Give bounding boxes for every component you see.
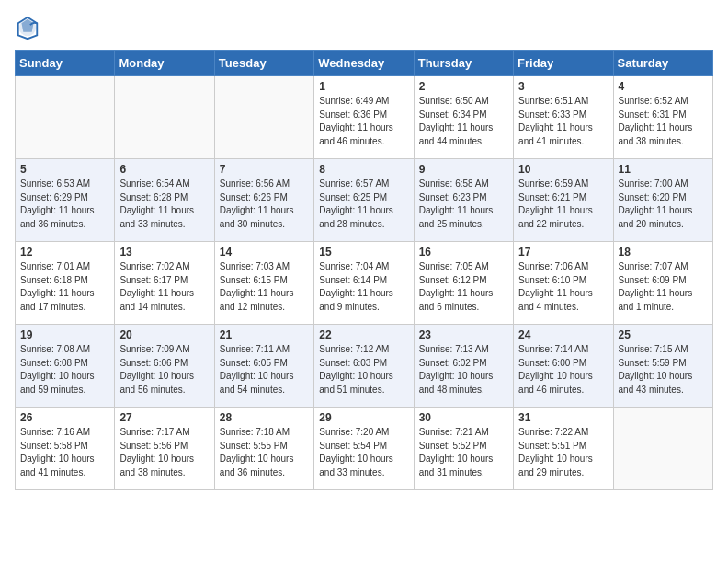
day-cell: 26Sunrise: 7:16 AM Sunset: 5:58 PM Dayli… [16, 408, 115, 490]
day-info: Sunrise: 6:58 AM Sunset: 6:23 PM Dayligh… [419, 178, 508, 231]
day-info: Sunrise: 7:15 AM Sunset: 5:59 PM Dayligh… [619, 343, 708, 396]
logo-icon [15, 15, 40, 40]
day-number: 27 [119, 411, 209, 424]
day-number: 19 [20, 328, 109, 341]
day-cell: 23Sunrise: 7:13 AM Sunset: 6:02 PM Dayli… [414, 325, 513, 408]
day-cell: 2Sunrise: 6:50 AM Sunset: 6:34 PM Daylig… [414, 76, 513, 159]
day-info: Sunrise: 7:16 AM Sunset: 5:58 PM Dayligh… [20, 426, 109, 479]
day-cell: 28Sunrise: 7:18 AM Sunset: 5:55 PM Dayli… [214, 408, 313, 490]
page-header [15, 15, 713, 40]
day-number: 11 [619, 163, 708, 176]
day-cell: 15Sunrise: 7:04 AM Sunset: 6:14 PM Dayli… [314, 242, 414, 325]
day-cell: 25Sunrise: 7:15 AM Sunset: 5:59 PM Dayli… [613, 325, 712, 408]
header-row: SundayMondayTuesdayWednesdayThursdayFrid… [16, 51, 713, 76]
day-number: 2 [419, 80, 508, 93]
day-cell: 14Sunrise: 7:03 AM Sunset: 6:15 PM Dayli… [214, 242, 313, 325]
day-cell [613, 408, 712, 490]
day-info: Sunrise: 7:08 AM Sunset: 6:08 PM Dayligh… [20, 343, 109, 396]
day-cell: 3Sunrise: 6:51 AM Sunset: 6:33 PM Daylig… [514, 76, 613, 159]
day-cell: 18Sunrise: 7:07 AM Sunset: 6:09 PM Dayli… [613, 242, 712, 325]
day-cell: 22Sunrise: 7:12 AM Sunset: 6:03 PM Dayli… [314, 325, 414, 408]
day-cell: 13Sunrise: 7:02 AM Sunset: 6:17 PM Dayli… [115, 242, 214, 325]
day-number: 29 [319, 411, 408, 424]
day-info: Sunrise: 6:49 AM Sunset: 6:36 PM Dayligh… [319, 95, 408, 148]
day-number: 13 [119, 246, 209, 259]
day-cell: 4Sunrise: 6:52 AM Sunset: 6:31 PM Daylig… [613, 76, 712, 159]
calendar-table: SundayMondayTuesdayWednesdayThursdayFrid… [15, 50, 713, 490]
day-number: 23 [419, 328, 508, 341]
day-info: Sunrise: 7:06 AM Sunset: 6:10 PM Dayligh… [518, 260, 608, 314]
day-info: Sunrise: 7:14 AM Sunset: 6:00 PM Dayligh… [518, 343, 608, 396]
day-number: 14 [220, 246, 309, 259]
day-info: Sunrise: 6:54 AM Sunset: 6:28 PM Dayligh… [119, 178, 209, 231]
day-number: 31 [518, 411, 608, 424]
day-cell: 31Sunrise: 7:22 AM Sunset: 5:51 PM Dayli… [514, 408, 613, 490]
day-number: 9 [419, 163, 508, 176]
week-row-5: 26Sunrise: 7:16 AM Sunset: 5:58 PM Dayli… [16, 408, 713, 490]
day-number: 16 [419, 246, 508, 259]
day-cell: 24Sunrise: 7:14 AM Sunset: 6:00 PM Dayli… [514, 325, 613, 408]
day-cell: 1Sunrise: 6:49 AM Sunset: 6:36 PM Daylig… [314, 76, 414, 159]
day-cell: 9Sunrise: 6:58 AM Sunset: 6:23 PM Daylig… [414, 159, 513, 242]
day-info: Sunrise: 7:17 AM Sunset: 5:56 PM Dayligh… [119, 426, 209, 479]
day-number: 5 [20, 163, 109, 176]
day-cell: 10Sunrise: 6:59 AM Sunset: 6:21 PM Dayli… [514, 159, 613, 242]
day-cell: 8Sunrise: 6:57 AM Sunset: 6:25 PM Daylig… [314, 159, 414, 242]
day-cell [214, 76, 313, 159]
day-number: 25 [619, 328, 708, 341]
day-cell: 16Sunrise: 7:05 AM Sunset: 6:12 PM Dayli… [414, 242, 513, 325]
day-info: Sunrise: 7:01 AM Sunset: 6:18 PM Dayligh… [20, 260, 109, 314]
day-cell: 27Sunrise: 7:17 AM Sunset: 5:56 PM Dayli… [115, 408, 214, 490]
day-info: Sunrise: 7:04 AM Sunset: 6:14 PM Dayligh… [319, 260, 408, 314]
day-number: 21 [220, 328, 309, 341]
day-number: 4 [619, 80, 708, 93]
day-cell: 29Sunrise: 7:20 AM Sunset: 5:54 PM Dayli… [314, 408, 414, 490]
day-info: Sunrise: 7:00 AM Sunset: 6:20 PM Dayligh… [619, 178, 708, 231]
day-info: Sunrise: 6:57 AM Sunset: 6:25 PM Dayligh… [319, 178, 408, 231]
day-info: Sunrise: 6:50 AM Sunset: 6:34 PM Dayligh… [419, 95, 508, 148]
day-cell: 5Sunrise: 6:53 AM Sunset: 6:29 PM Daylig… [16, 159, 115, 242]
day-number: 15 [319, 246, 408, 259]
day-info: Sunrise: 6:52 AM Sunset: 6:31 PM Dayligh… [619, 95, 708, 148]
week-row-3: 12Sunrise: 7:01 AM Sunset: 6:18 PM Dayli… [16, 242, 713, 325]
day-number: 26 [20, 411, 109, 424]
day-number: 30 [419, 411, 508, 424]
day-number: 8 [319, 163, 408, 176]
day-cell [115, 76, 214, 159]
day-cell: 7Sunrise: 6:56 AM Sunset: 6:26 PM Daylig… [214, 159, 313, 242]
day-cell: 17Sunrise: 7:06 AM Sunset: 6:10 PM Dayli… [514, 242, 613, 325]
day-cell: 6Sunrise: 6:54 AM Sunset: 6:28 PM Daylig… [115, 159, 214, 242]
day-cell: 11Sunrise: 7:00 AM Sunset: 6:20 PM Dayli… [613, 159, 712, 242]
week-row-1: 1Sunrise: 6:49 AM Sunset: 6:36 PM Daylig… [16, 76, 713, 159]
day-cell: 30Sunrise: 7:21 AM Sunset: 5:52 PM Dayli… [414, 408, 513, 490]
day-info: Sunrise: 7:12 AM Sunset: 6:03 PM Dayligh… [319, 343, 408, 396]
day-number: 22 [319, 328, 408, 341]
day-number: 12 [20, 246, 109, 259]
day-info: Sunrise: 7:07 AM Sunset: 6:09 PM Dayligh… [619, 260, 708, 314]
col-header-thursday: Thursday [414, 51, 513, 76]
day-number: 28 [220, 411, 309, 424]
day-info: Sunrise: 7:18 AM Sunset: 5:55 PM Dayligh… [220, 426, 309, 479]
day-info: Sunrise: 6:56 AM Sunset: 6:26 PM Dayligh… [220, 178, 309, 231]
day-info: Sunrise: 6:59 AM Sunset: 6:21 PM Dayligh… [518, 178, 608, 231]
day-number: 7 [220, 163, 309, 176]
day-info: Sunrise: 7:03 AM Sunset: 6:15 PM Dayligh… [220, 260, 309, 314]
day-info: Sunrise: 6:53 AM Sunset: 6:29 PM Dayligh… [20, 178, 109, 231]
day-number: 6 [119, 163, 209, 176]
day-info: Sunrise: 7:21 AM Sunset: 5:52 PM Dayligh… [419, 426, 508, 479]
col-header-friday: Friday [514, 51, 613, 76]
day-number: 18 [619, 246, 708, 259]
day-number: 10 [518, 163, 608, 176]
day-cell: 21Sunrise: 7:11 AM Sunset: 6:05 PM Dayli… [214, 325, 313, 408]
week-row-4: 19Sunrise: 7:08 AM Sunset: 6:08 PM Dayli… [16, 325, 713, 408]
day-info: Sunrise: 7:11 AM Sunset: 6:05 PM Dayligh… [220, 343, 309, 396]
day-cell: 19Sunrise: 7:08 AM Sunset: 6:08 PM Dayli… [16, 325, 115, 408]
day-number: 20 [119, 328, 209, 341]
week-row-2: 5Sunrise: 6:53 AM Sunset: 6:29 PM Daylig… [16, 159, 713, 242]
col-header-wednesday: Wednesday [314, 51, 414, 76]
col-header-sunday: Sunday [16, 51, 115, 76]
logo [15, 15, 44, 40]
col-header-monday: Monday [115, 51, 214, 76]
day-cell [16, 76, 115, 159]
day-info: Sunrise: 6:51 AM Sunset: 6:33 PM Dayligh… [518, 95, 608, 148]
